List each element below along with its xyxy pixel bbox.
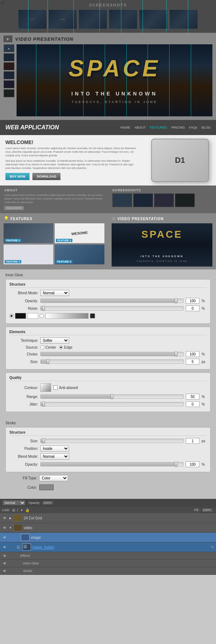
fx-badge[interactable]: fx [211, 545, 214, 549]
noise-input[interactable]: 0 [186, 305, 199, 311]
layer-eye-stroke[interactable]: 👁 [2, 568, 7, 573]
layers-mode-select[interactable]: Normal [2, 500, 26, 506]
layer-name-image-holder[interactable]: image_holder [32, 545, 210, 549]
range-unit: % [202, 395, 207, 399]
layers-opacity-input[interactable]: 100% [42, 500, 54, 505]
layer-eye-image[interactable]: 👁 [2, 535, 7, 540]
noise-slider[interactable] [40, 306, 184, 310]
layer-row-image-holder[interactable]: 👁 ⛓ 🖼 image_holder fx [0, 542, 216, 552]
lock-position-icon[interactable]: ⊞ [12, 508, 15, 512]
webapp-title: WEB APPLICATION [5, 124, 59, 131]
mini-space-text: SPACE [112, 229, 212, 240]
stroke-size-input[interactable]: 1 [186, 438, 199, 444]
screenshot-thumb-5[interactable] [139, 9, 168, 29]
lock-move-icon[interactable]: ✦ [20, 508, 23, 512]
center-radio-circle[interactable] [40, 345, 44, 349]
source-center-radio[interactable]: Center [40, 345, 56, 349]
edge-radio-circle[interactable] [59, 345, 63, 349]
nav-features[interactable]: FEATURES [150, 126, 167, 129]
opacity-input[interactable]: 100 [186, 298, 199, 304]
nav-about[interactable]: ABOUT [135, 126, 146, 129]
stroke-size-row: Size: 1 px [9, 438, 207, 444]
anti-aliased-checkbox[interactable]: Anti-aliased [53, 385, 78, 390]
stroke-size-slider[interactable] [40, 439, 184, 443]
layer-expand-image[interactable] [16, 535, 19, 540]
source-edge-label: Edge [64, 345, 72, 349]
layer-expand-grid[interactable]: ▶ [9, 515, 12, 520]
screenshot-thumb-6[interactable] [169, 9, 198, 29]
layer-row-stroke[interactable]: 👁 Stroke [0, 567, 216, 575]
nav-pricing[interactable]: PRICING [171, 126, 185, 129]
technique-select[interactable]: Softer [40, 337, 69, 344]
download-button[interactable]: DOWNLOAD [32, 173, 60, 180]
layer-row-effects[interactable]: 👁 Effects [0, 552, 216, 560]
layer-expand-video[interactable]: ▼ [9, 525, 12, 530]
video-preview[interactable]: SPACE INTO THE UNKNOWN TUESDAYS, STARTIN… [17, 44, 212, 116]
webapp-body: WELCOME! Lorem ipsum dolor sit amet, con… [0, 135, 216, 185]
elements-title: Elements [9, 330, 207, 335]
layer-row-grid[interactable]: 👁 ▶ 24 Col Grid [0, 513, 216, 523]
feature-item-2[interactable]: WESOME FEATURE 2 [55, 223, 104, 243]
layer-eye-video[interactable]: 👁 [2, 525, 7, 530]
nav-home[interactable]: HOME [121, 126, 130, 129]
color-gradient-swatch[interactable] [45, 313, 89, 319]
stroke-blend-select[interactable]: Normal [40, 453, 69, 460]
mini-thumb-4[interactable] [175, 193, 195, 207]
stroke-position-select[interactable]: Inside [40, 446, 69, 452]
stroke-label: Stroke [5, 421, 211, 425]
stroke-opacity-slider[interactable] [40, 462, 184, 466]
screenshot-thumb-3[interactable] [78, 9, 107, 29]
blend-mode-select[interactable]: Normal [40, 290, 69, 296]
read-more-button[interactable]: READ MORE [4, 206, 24, 210]
nav-faqs[interactable]: FAQs [189, 126, 197, 129]
stroke-color-swatch[interactable] [39, 484, 54, 490]
opacity-slider[interactable] [40, 299, 184, 303]
feature-item-3[interactable]: FEATURE 3 [4, 245, 53, 264]
choke-input[interactable]: 100 [186, 351, 199, 357]
fill-type-label: Fill Type: [8, 476, 37, 480]
video-mini[interactable]: SPACE INTO THE UNKNOWN TUESDAYS, STARTIN… [112, 223, 212, 267]
color-end-swatch[interactable] [90, 313, 95, 318]
anti-aliased-box[interactable] [53, 385, 58, 390]
range-slider[interactable] [40, 394, 184, 399]
color-radio-1[interactable] [9, 314, 14, 318]
color-black-swatch[interactable] [15, 313, 26, 319]
layer-eye-inner-glow[interactable]: 👁 [2, 561, 7, 566]
layer-thumb-video [14, 524, 22, 531]
video-section-title: VIDEO PRESENTATION [15, 36, 73, 42]
layer-eye-image-holder[interactable]: 👁 [2, 545, 7, 550]
range-input[interactable]: 50 [186, 394, 199, 399]
about-col-text: Lorem ipsum dolor sit amet, consectetur … [4, 193, 104, 204]
mini-thumb-2[interactable] [133, 193, 153, 207]
nav-blog[interactable]: BLOG [202, 126, 211, 129]
color-radio-2[interactable] [40, 314, 44, 318]
lock-paint-icon[interactable]: / [17, 508, 18, 512]
layer-row-inner-glow[interactable]: 👁 Inner Glow [0, 560, 216, 567]
screenshot-thumb-1[interactable]: ■■■ [18, 9, 47, 29]
color-white-swatch[interactable] [27, 313, 38, 319]
jitter-slider[interactable] [40, 402, 184, 406]
screenshots-row: ■■■ ■■■ [4, 9, 212, 29]
layers-fill-input[interactable]: 100% [201, 507, 214, 513]
stroke-opacity-input[interactable]: 100 [186, 461, 199, 467]
layer-eye-grid[interactable]: 👁 [2, 515, 7, 520]
feature-item-4[interactable]: FEATURE 4 [55, 245, 104, 264]
lock-all-icon[interactable]: 🔒 [25, 508, 30, 512]
feature-item-1[interactable]: FEATURE 1 [4, 223, 53, 243]
jitter-input[interactable]: 0 [186, 401, 199, 407]
contour-preview[interactable] [40, 383, 51, 392]
mini-thumb-3[interactable] [154, 193, 174, 207]
mini-thumb-1[interactable] [112, 193, 132, 207]
layer-row-video[interactable]: 👁 ▼ video [0, 523, 216, 533]
choke-slider[interactable] [40, 352, 184, 356]
source-edge-radio[interactable]: Edge [59, 345, 72, 349]
layer-row-image[interactable]: 👁 ⬛ image [0, 533, 216, 542]
layer-eye-effects[interactable]: 👁 [2, 553, 7, 558]
fill-type-select[interactable]: Color [39, 475, 68, 481]
size-input[interactable]: 5 [186, 359, 199, 365]
screenshot-thumb-4[interactable] [109, 9, 138, 29]
size-slider[interactable] [40, 359, 184, 364]
screenshot-thumb-2[interactable]: ■■■ [48, 9, 77, 29]
buy-now-button[interactable]: BUY NOW [5, 173, 30, 180]
chain-icon[interactable]: ⛓ [16, 545, 21, 549]
